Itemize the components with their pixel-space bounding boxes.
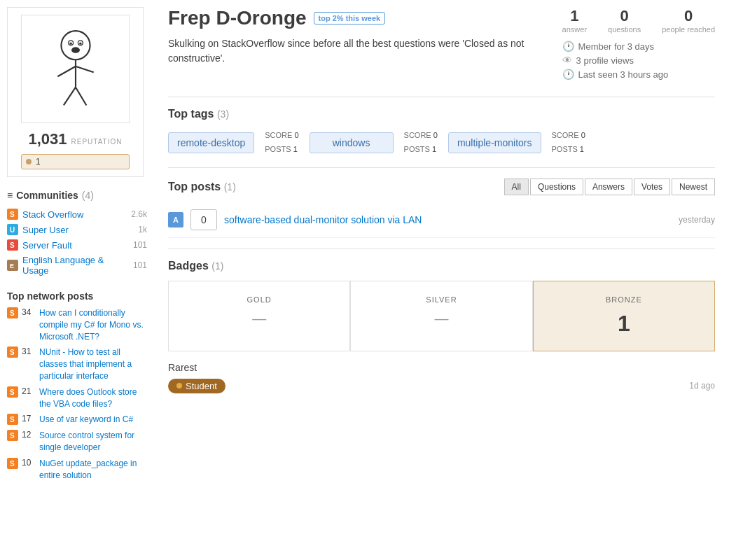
svg-text:S: S xyxy=(10,349,15,356)
so-icon: S xyxy=(7,430,18,441)
tag-stats: SCORE 0 POSTS 1 xyxy=(552,129,585,157)
questions-number: 0 xyxy=(608,7,641,25)
profile-bio: Skulking on StackOverflow since before a… xyxy=(168,36,560,66)
community-list: S Stack Overflow 2.6k U Super User 1k S … xyxy=(7,206,147,278)
avatar-box: 1,031 REPUTATION 1 xyxy=(7,7,144,177)
svg-point-0 xyxy=(61,31,90,59)
list-item: S 34 How can I conditionally compile my … xyxy=(7,307,147,342)
top-badge: top 2% this week xyxy=(314,12,386,24)
community-name[interactable]: Server Fault xyxy=(22,240,129,251)
profile-meta: 🕐 Member for 3 days 👁 3 profile views 🕐 … xyxy=(562,41,715,80)
community-name[interactable]: Stack Overflow xyxy=(22,209,127,220)
tag-pill[interactable]: multiple-monitors xyxy=(448,132,541,153)
top-posts-section: Top posts (1) All Questions Answers Vote… xyxy=(168,178,715,238)
profile-name-text: Frep D-Oronge xyxy=(168,7,307,29)
communities-label: Communities xyxy=(16,190,78,201)
bronze-label: BRONZE xyxy=(544,295,704,304)
svg-line-10 xyxy=(76,87,86,105)
top-tags-title: Top tags xyxy=(168,108,214,120)
tag-item: windows SCORE 0 POSTS 1 xyxy=(310,129,438,157)
top-tags-count: (3) xyxy=(217,108,229,120)
tag-score: SCORE 0 xyxy=(404,129,438,143)
divider xyxy=(168,97,715,97)
filter-questions[interactable]: Questions xyxy=(530,178,583,195)
filter-votes[interactable]: Votes xyxy=(634,178,670,195)
svg-text:E: E xyxy=(10,262,14,270)
member-since-text: Member for 3 days xyxy=(578,41,654,52)
clock-icon: 🕐 xyxy=(562,41,574,52)
filter-newest[interactable]: Newest xyxy=(672,178,715,195)
list-item: S 10 NuGet update_package in entire solu… xyxy=(7,458,147,482)
post-link[interactable]: NuGet update_package in entire solution xyxy=(39,458,147,482)
tag-posts: POSTS 1 xyxy=(265,143,298,157)
list-item: S Server Fault 101 xyxy=(7,237,147,253)
list-item: S 31 NUnit - How to test all classes tha… xyxy=(7,346,147,382)
eye-icon: 👁 xyxy=(562,55,572,66)
clock-icon-2: 🕐 xyxy=(562,69,574,80)
stat-questions: 0 questions xyxy=(608,7,641,34)
post-row: A 0 software-based dual-monitor solution… xyxy=(168,202,715,238)
filter-all[interactable]: All xyxy=(504,178,529,195)
badges-title: Badges xyxy=(168,260,209,272)
rarest-badge-row: Student 1d ago xyxy=(168,379,715,393)
list-item: S 12 Source control system for single de… xyxy=(7,430,147,454)
profile-name-row: Frep D-Oronge top 2% this week xyxy=(168,7,562,29)
badges-count: (1) xyxy=(211,260,223,272)
post-link[interactable]: Where does Outlook store the VBA code fi… xyxy=(39,386,147,410)
stat-answers: 1 answer xyxy=(562,7,587,34)
reputation-label: REPUTATION xyxy=(71,138,123,146)
post-title[interactable]: software-based dual-monitor solution via… xyxy=(224,214,672,225)
rarest-time: 1d ago xyxy=(689,381,715,391)
top-posts-header-text: Top posts (1) xyxy=(168,181,236,193)
tag-pill[interactable]: remote-desktop xyxy=(168,132,254,153)
answers-number: 1 xyxy=(562,7,587,25)
community-name[interactable]: English Language & Usage xyxy=(22,255,129,276)
posts-value: 1 xyxy=(580,145,584,153)
network-posts-title: Top network posts xyxy=(7,290,147,302)
svg-point-3 xyxy=(69,42,71,44)
rarest-badge-name: Student xyxy=(186,381,217,391)
communities-icon: ≡ xyxy=(7,190,13,201)
profile-stats-meta: 1 answer 0 questions 0 people reached xyxy=(562,7,715,83)
bronze-badge-cell: BRONZE 1 xyxy=(533,281,715,351)
post-score: 21 xyxy=(22,386,36,396)
list-item: S 17 Use of var keyword in C# xyxy=(7,414,147,426)
posts-value: 1 xyxy=(432,145,436,153)
svg-text:S: S xyxy=(10,241,15,249)
community-score: 2.6k xyxy=(131,209,147,219)
svg-point-4 xyxy=(79,42,81,44)
profile-stats: 1 answer 0 questions 0 people reached xyxy=(562,7,715,34)
silver-badge-cell: SILVER — xyxy=(350,281,532,351)
sidebar: 1,031 REPUTATION 1 ≡ Communities (4) S S xyxy=(0,0,154,560)
post-score: 31 xyxy=(22,346,36,356)
post-link[interactable]: Source control system for single develop… xyxy=(39,430,147,454)
top-tags-header: Top tags (3) xyxy=(168,108,715,120)
badges-grid: GOLD — SILVER — BRONZE 1 xyxy=(168,281,715,351)
tags-grid: remote-desktop SCORE 0 POSTS 1 windows S… xyxy=(168,129,715,157)
gold-value: — xyxy=(179,311,339,327)
tag-item: remote-desktop SCORE 0 POSTS 1 xyxy=(168,129,299,157)
svg-text:S: S xyxy=(10,460,15,468)
svg-text:S: S xyxy=(10,432,15,440)
score-value: 0 xyxy=(433,131,438,139)
avatar-svg xyxy=(34,27,118,111)
badges-section: Badges (1) GOLD — SILVER — BRONZE 1 xyxy=(168,260,715,393)
list-item: E English Language & Usage 101 xyxy=(7,253,147,278)
community-name[interactable]: Super User xyxy=(22,225,134,235)
gold-badge-cell: GOLD — xyxy=(168,281,350,351)
profile-views: 👁 3 profile views xyxy=(562,55,715,66)
reputation-bar: 1 xyxy=(21,154,130,169)
svg-line-7 xyxy=(57,66,76,76)
score-value: 0 xyxy=(294,131,298,139)
rarest-badge-pill: Student xyxy=(168,379,225,393)
post-link[interactable]: How can I conditionally compile my C# fo… xyxy=(39,307,147,342)
tag-pill[interactable]: windows xyxy=(310,132,394,153)
divider-2 xyxy=(168,167,715,168)
posts-value: 1 xyxy=(293,145,298,153)
profile-header: Frep D-Oronge top 2% this week Skulking … xyxy=(168,7,715,83)
post-link[interactable]: Use of var keyword in C# xyxy=(39,414,133,426)
filter-answers[interactable]: Answers xyxy=(585,178,632,195)
post-link[interactable]: NUnit - How to test all classes that imp… xyxy=(39,346,147,382)
superuser-icon: U xyxy=(7,224,18,235)
network-posts-list: S 34 How can I conditionally compile my … xyxy=(7,307,147,481)
